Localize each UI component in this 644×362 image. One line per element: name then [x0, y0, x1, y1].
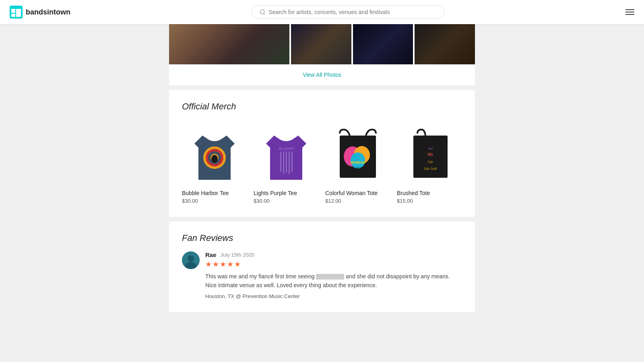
hamburger-line-2 — [625, 12, 634, 12]
photos-grid — [169, 24, 475, 64]
merch-item-2[interactable]: JILL SCOTT Lights Purple Tee $30.00 — [254, 121, 325, 204]
svg-text:JL SCOTT: JL SCOTT — [352, 167, 363, 169]
merch-name-2: Lights Purple Tee — [254, 190, 319, 196]
merch-name-3: Colorful Woman Tote — [325, 190, 390, 196]
brushed-tote-svg: Just My Life Like Gold — [409, 128, 450, 184]
page-content: View All Photos Official Merch — [0, 24, 644, 328]
logo-icon — [10, 6, 23, 19]
merch-grid: Bubble Harbor Tee $30.00 JILL SCOTT — [182, 121, 462, 204]
reviewer-header-1: Rae July 15th 2020 — [205, 251, 462, 258]
merch-section: Official Merch — [169, 90, 475, 217]
review-date-1: July 15th 2020 — [221, 252, 255, 258]
review-item-1: Rae July 15th 2020 ★ ★ ★ ★ ★ This was me… — [182, 251, 462, 299]
star-1: ★ — [205, 260, 212, 269]
search-input[interactable] — [269, 9, 437, 15]
star-5: ★ — [234, 260, 241, 269]
view-all-photos-link[interactable]: View All Photos — [169, 64, 475, 85]
reviewer-location-1: Houston, TX @ Prevention Music Center — [205, 293, 462, 299]
svg-rect-14 — [286, 152, 287, 173]
star-rating-1: ★ ★ ★ ★ ★ — [205, 260, 462, 269]
merch-price-3: $12.00 — [325, 198, 390, 204]
hamburger-line-1 — [625, 9, 634, 10]
svg-rect-2 — [11, 14, 15, 17]
merch-image-4: Just My Life Like Gold — [397, 121, 462, 190]
header: bandsintown — [0, 0, 644, 24]
review-content-1: Rae July 15th 2020 ★ ★ ★ ★ ★ This was me… — [205, 251, 462, 299]
reviewer-name-1: Rae — [205, 251, 217, 258]
hamburger-line-3 — [625, 14, 634, 15]
reviews-section: Fan Reviews Rae July 15th 2020 ★ — [169, 222, 475, 312]
photo-item-2[interactable] — [291, 24, 351, 64]
svg-text:Life: Life — [427, 160, 433, 164]
merch-image-2: JILL SCOTT — [254, 121, 319, 190]
svg-text:Like Gold: Like Gold — [423, 167, 437, 171]
photo-item-3[interactable] — [353, 24, 413, 64]
search-bar[interactable] — [252, 5, 445, 19]
svg-text:WOMAN: WOMAN — [351, 160, 365, 165]
reviews-section-title: Fan Reviews — [182, 233, 462, 243]
svg-rect-15 — [289, 152, 290, 174]
menu-button[interactable] — [625, 9, 634, 15]
merch-price-2: $30.00 — [254, 198, 319, 204]
svg-rect-13 — [283, 152, 284, 174]
merch-item-1[interactable]: Bubble Harbor Tee $30.00 — [182, 121, 254, 204]
photo-item-1[interactable] — [169, 24, 289, 64]
avatar-image — [182, 251, 200, 269]
bubble-tee-svg — [190, 128, 239, 184]
colorful-tote-svg: WOMAN JL SCOTT — [336, 128, 380, 184]
svg-rect-16 — [291, 152, 293, 172]
star-3: ★ — [220, 260, 226, 269]
svg-point-29 — [188, 255, 194, 262]
merch-image-1 — [182, 121, 247, 190]
merch-section-title: Official Merch — [182, 101, 462, 112]
merch-image-3: WOMAN JL SCOTT — [325, 121, 390, 190]
svg-text:Just: Just — [428, 147, 433, 150]
merch-name-1: Bubble Harbor Tee — [182, 190, 247, 196]
reviewer-avatar-1 — [182, 251, 200, 269]
svg-text:JILL SCOTT: JILL SCOTT — [279, 147, 294, 150]
star-4: ★ — [227, 260, 233, 269]
svg-rect-23 — [413, 136, 448, 178]
logo-text: bandsintown — [26, 8, 70, 16]
svg-line-5 — [264, 13, 265, 14]
redacted-text — [316, 274, 344, 280]
svg-rect-3 — [16, 9, 21, 17]
photo-item-4[interactable] — [415, 24, 475, 64]
center-column: View All Photos Official Merch — [169, 24, 475, 312]
merch-price-4: $15.00 — [397, 198, 462, 204]
merch-item-3[interactable]: WOMAN JL SCOTT Colorful Woman Tote $12.0… — [325, 121, 397, 204]
svg-rect-1 — [11, 9, 15, 13]
search-icon — [259, 9, 266, 15]
logo-area[interactable]: bandsintown — [10, 6, 70, 19]
photos-section: View All Photos — [169, 24, 475, 85]
svg-rect-12 — [280, 152, 281, 172]
merch-name-4: Brushed Tote — [397, 190, 462, 196]
merch-item-4[interactable]: Just My Life Like Gold Brushed Tote $15.… — [397, 121, 462, 204]
purple-tee-svg: JILL SCOTT — [262, 128, 310, 184]
svg-text:My: My — [427, 152, 433, 156]
merch-price-1: $30.00 — [182, 198, 247, 204]
svg-point-4 — [260, 10, 264, 14]
review-text-1: This was me and my fiancé first time see… — [205, 272, 462, 290]
star-2: ★ — [213, 260, 219, 269]
svg-point-10 — [211, 155, 218, 163]
